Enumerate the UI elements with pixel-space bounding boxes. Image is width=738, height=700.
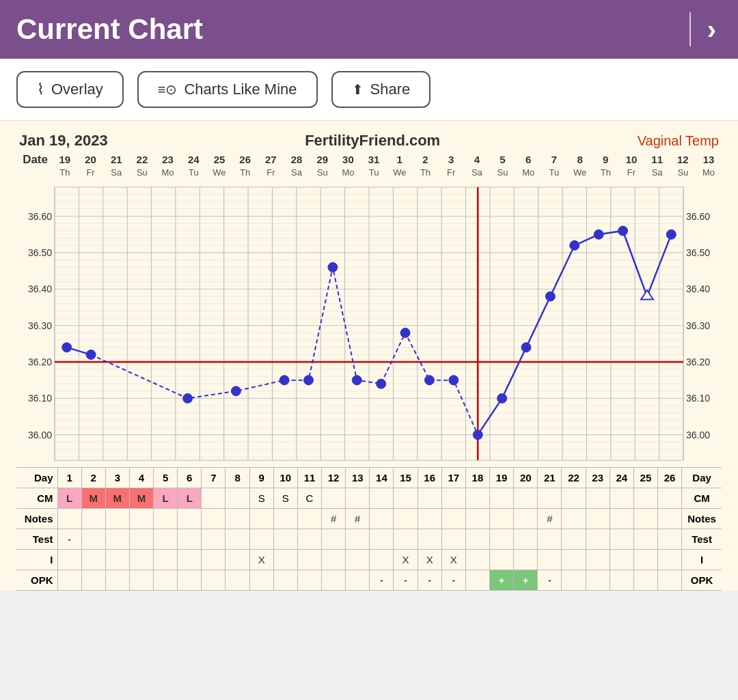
table-cell <box>562 529 586 549</box>
table-cell <box>586 529 610 549</box>
table-cell: + <box>490 570 514 590</box>
date-cell: 26 <box>232 154 258 166</box>
table-cell <box>154 508 178 529</box>
table-cell <box>346 570 370 590</box>
date-row-label: Date <box>16 152 52 167</box>
table-cell <box>273 529 297 549</box>
table-cell: S <box>273 488 297 508</box>
table-cell <box>154 549 178 570</box>
table-cell <box>633 549 657 570</box>
table-cell <box>202 529 226 549</box>
svg-point-105 <box>570 240 579 250</box>
row-end-label: I <box>682 549 722 570</box>
table-cell: 3 <box>105 467 129 488</box>
svg-text:36.60: 36.60 <box>28 211 52 222</box>
table-cell <box>418 488 441 508</box>
row-label: CM <box>16 488 57 508</box>
table-cell <box>297 529 321 549</box>
table-cell: - <box>538 570 562 590</box>
table-cell <box>658 529 682 549</box>
charts-like-mine-button[interactable]: ≡⊙ Charts Like Mine <box>137 71 318 108</box>
svg-point-96 <box>352 376 361 385</box>
table-cell <box>441 488 465 508</box>
chart-meta: Jan 19, 2023 FertilityFriend.com Vaginal… <box>16 132 722 150</box>
next-chart-button[interactable]: › <box>702 14 722 45</box>
table-cell <box>610 529 633 549</box>
table-cell <box>81 570 105 590</box>
date-cell: 2 <box>413 154 439 166</box>
table-cell <box>346 488 370 508</box>
table-cell <box>202 570 226 590</box>
data-table: Day1234567891011121314151617181920212223… <box>16 467 722 591</box>
table-cell <box>465 549 489 570</box>
svg-point-104 <box>545 292 555 301</box>
table-cell <box>202 488 226 508</box>
table-cell <box>610 549 633 570</box>
date-cell: 23 <box>155 154 181 166</box>
table-cell: 21 <box>538 467 562 488</box>
table-cell <box>297 508 321 529</box>
dow-row: ThFrSaSuMoTuWeThFrSaSuMoTuWeThFrSaSuMoTu… <box>16 167 722 179</box>
table-cell: S <box>249 488 273 508</box>
dow-cell: Tu <box>180 167 206 179</box>
table-cell: 20 <box>514 467 538 488</box>
table-cell <box>322 570 346 590</box>
overlay-button[interactable]: ⌇ Overlay <box>16 71 124 108</box>
table-cell: 11 <box>297 467 321 488</box>
svg-point-90 <box>86 350 96 359</box>
svg-point-93 <box>279 376 289 385</box>
table-cell <box>129 508 153 529</box>
header-right: › <box>689 12 722 46</box>
chart-container: Jan 19, 2023 FertilityFriend.com Vaginal… <box>0 121 738 591</box>
row-end-label: Test <box>682 529 722 549</box>
table-cell: L <box>154 488 178 508</box>
table-cell: X <box>441 549 465 570</box>
table-cell <box>226 549 249 570</box>
table-cell <box>465 529 489 549</box>
table-cell <box>586 570 610 590</box>
table-cell <box>178 529 202 549</box>
table-cell <box>105 570 129 590</box>
table-cell: 26 <box>658 467 682 488</box>
dow-cell: Fr <box>258 167 284 179</box>
svg-text:36.10: 36.10 <box>28 393 52 404</box>
table-cell: 12 <box>322 467 346 488</box>
table-cell <box>465 488 489 508</box>
table-cell <box>81 508 105 529</box>
table-cell <box>514 529 538 549</box>
table-cell <box>658 549 682 570</box>
svg-point-106 <box>594 229 603 239</box>
row-end-label: Notes <box>682 508 722 529</box>
table-cell: # <box>322 508 346 529</box>
table-cell: - <box>441 570 465 590</box>
table-cell <box>370 508 394 529</box>
dow-cell: Th <box>52 167 78 179</box>
table-cell <box>226 529 249 549</box>
dow-cell: Su <box>310 167 336 179</box>
table-cell: 16 <box>418 467 441 488</box>
chart-svg-wrapper: 36.6036.6036.5036.5036.4036.4036.3036.30… <box>16 180 722 467</box>
table-cell <box>658 488 682 508</box>
page-header: Current Chart › <box>0 0 738 59</box>
table-cell: 25 <box>633 467 657 488</box>
date-cell: 21 <box>103 154 129 166</box>
share-button[interactable]: ⬆ Share <box>331 71 431 108</box>
table-cell <box>586 549 610 570</box>
date-cell: 8 <box>567 154 593 166</box>
dow-cell: Su <box>490 167 516 179</box>
table-cell <box>154 529 178 549</box>
table-cell <box>490 529 514 549</box>
table-cell: C <box>297 488 321 508</box>
table-cell: 19 <box>490 467 514 488</box>
table-cell: 10 <box>273 467 297 488</box>
table-cell <box>514 508 538 529</box>
table-cell <box>562 488 586 508</box>
table-cell <box>658 508 682 529</box>
table-cell <box>514 488 538 508</box>
share-icon: ⬆ <box>352 81 364 98</box>
table-cell <box>538 488 562 508</box>
table-cell <box>633 570 657 590</box>
table-cell <box>441 508 465 529</box>
date-cell: 29 <box>310 154 336 166</box>
table-cell <box>57 549 81 570</box>
